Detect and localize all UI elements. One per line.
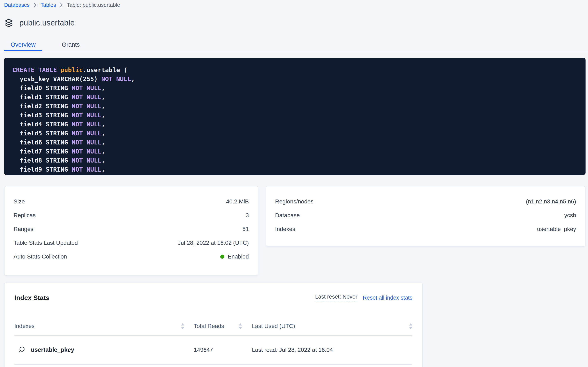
tab-overview[interactable]: Overview [4, 38, 42, 51]
sql-line: field9 STRING NOT NULL, [12, 165, 577, 174]
chevron-right-icon [60, 2, 63, 7]
stat-label: Size [14, 198, 25, 205]
index-stats-header: Index Stats Last reset: Never Reset all … [14, 283, 412, 303]
search-icon [18, 346, 25, 354]
breadcrumb-link[interactable]: Tables [41, 2, 56, 8]
stat-row: Size40.2 MiB [14, 195, 249, 208]
stat-row: Table Stats Last UpdatedJul 28, 2022 at … [14, 236, 249, 250]
stack-icon [4, 18, 14, 27]
sort-arrows-icon[interactable] [239, 323, 242, 329]
stat-row: Replicas3 [14, 208, 249, 222]
index-stats-title: Index Stats [14, 294, 50, 302]
stat-value: 51 [242, 226, 249, 232]
sql-line: field3 STRING NOT NULL, [12, 111, 577, 120]
breadcrumb: DatabasesTablesTable: public.usertable [4, 0, 586, 9]
total-reads-cell: 149647 [184, 347, 242, 353]
breadcrumb-current: Table: public.usertable [67, 2, 120, 8]
sql-line: field7 STRING NOT NULL, [12, 147, 577, 156]
stat-label: Database [275, 212, 300, 219]
stat-value: 40.2 MiB [226, 198, 249, 205]
sql-line: field1 STRING NOT NULL, [12, 93, 577, 102]
index-stats-controls: Last reset: Never Reset all index stats [315, 294, 412, 302]
stat-value: Jul 28, 2022 at 16:02 (UTC) [178, 240, 249, 246]
sql-line: field5 STRING NOT NULL, [12, 129, 577, 138]
sort-arrows-icon[interactable] [181, 323, 184, 329]
stat-label: Auto Stats Collection [14, 253, 67, 260]
reset-all-index-stats-link[interactable]: Reset all index stats [363, 295, 412, 301]
index-stats-card: Index Stats Last reset: Never Reset all … [4, 283, 422, 367]
stat-row: Auto Stats CollectionEnabled [14, 250, 249, 263]
stat-value: 3 [246, 212, 249, 219]
stat-label: Indexes [275, 226, 295, 232]
index-name-cell: usertable_pkey [14, 346, 184, 354]
sql-line: field4 STRING NOT NULL, [12, 120, 577, 129]
status-dot-icon [220, 255, 224, 259]
column-header-label: Last Used (UTC) [252, 323, 295, 329]
stat-value: (n1,n2,n3,n4,n5,n6) [526, 198, 576, 205]
column-header-indexes[interactable]: Indexes [14, 323, 184, 329]
sql-line: field0 STRING NOT NULL, [12, 84, 577, 93]
stat-label: Regions/nodes [275, 198, 314, 205]
table-stats-card: Size40.2 MiBReplicas3Ranges51Table Stats… [4, 186, 258, 276]
breadcrumb-link[interactable]: Databases [4, 2, 30, 8]
stat-row: Regions/nodes(n1,n2,n3,n4,n5,n6) [275, 195, 576, 208]
sort-arrows-icon[interactable] [409, 323, 412, 329]
sql-line: field6 STRING NOT NULL, [12, 138, 577, 147]
chevron-right-icon [33, 2, 37, 7]
sql-line: ycsb_key VARCHAR(255) NOT NULL, [12, 75, 577, 84]
details-cards-row: Size40.2 MiBReplicas3Ranges51Table Stats… [4, 186, 586, 276]
index-table-body: usertable_pkey149647Last read: Jul 28, 2… [14, 335, 412, 365]
tab-grants[interactable]: Grants [55, 38, 86, 51]
stat-row: Ranges51 [14, 222, 249, 236]
sql-line: CREATE TABLE public.usertable ( [12, 66, 577, 75]
page-header: public.usertable [4, 16, 586, 30]
stat-label: Replicas [14, 212, 35, 219]
stat-value: usertable_pkey [537, 226, 576, 232]
sql-create-statement: CREATE TABLE public.usertable ( ycsb_key… [4, 58, 586, 175]
index-table-row: usertable_pkey149647Last read: Jul 28, 2… [14, 335, 412, 365]
table-detail-page: DatabasesTablesTable: public.usertable p… [0, 0, 588, 367]
page-title: public.usertable [19, 18, 75, 27]
column-header-last-used[interactable]: Last Used (UTC) [242, 323, 412, 329]
stat-value: Enabled [220, 253, 249, 260]
index-name-link[interactable]: usertable_pkey [31, 346, 74, 353]
stat-row: Databaseycsb [275, 208, 576, 222]
sql-line: field8 STRING NOT NULL, [12, 156, 577, 165]
stat-row: Indexesusertable_pkey [275, 222, 576, 236]
sql-line: field2 STRING NOT NULL, [12, 102, 577, 111]
column-header-total-reads[interactable]: Total Reads [184, 323, 242, 329]
tab-bar: OverviewGrants [0, 38, 588, 51]
column-header-label: Indexes [14, 323, 34, 329]
last-used-cell: Last read: Jul 28, 2022 at 16:04 [242, 347, 412, 353]
index-table-header: Indexes Total Reads Last Used (UTC) [14, 303, 412, 335]
column-header-label: Total Reads [194, 323, 224, 329]
stat-label: Ranges [14, 226, 33, 232]
stat-label: Table Stats Last Updated [14, 240, 78, 246]
stat-value: ycsb [564, 212, 576, 219]
last-reset-label[interactable]: Last reset: Never [315, 294, 357, 302]
table-info-card: Regions/nodes(n1,n2,n3,n4,n5,n6)Database… [266, 186, 586, 247]
